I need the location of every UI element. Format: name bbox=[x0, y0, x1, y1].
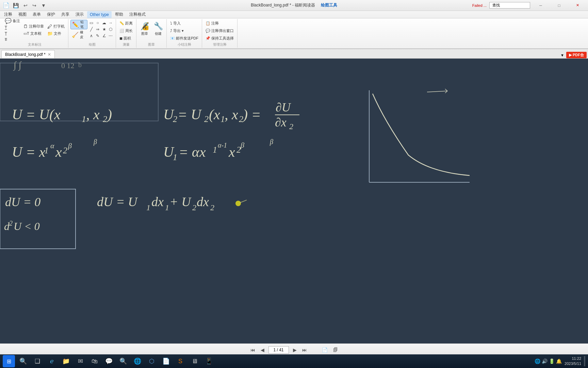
ribbon-btn-stamp[interactable]: 🔏 图章 bbox=[138, 21, 151, 41]
quick-undo[interactable]: ↩ bbox=[22, 2, 29, 9]
shape-cloud[interactable]: ☁ bbox=[101, 20, 107, 26]
ribbon-btn-note[interactable]: 💬 备注 bbox=[3, 17, 21, 24]
ribbon-btn-export[interactable]: ⤴ 导出 ▾ bbox=[169, 27, 185, 34]
start-button[interactable]: ⊞ bbox=[3, 355, 15, 367]
tab-dropdown[interactable]: ▼ bbox=[560, 53, 564, 57]
export-icon: ⤴ bbox=[170, 29, 172, 33]
tab-close-button[interactable]: ✕ bbox=[48, 52, 51, 57]
shape-star[interactable]: ★ bbox=[101, 26, 107, 32]
nav-single-view[interactable]: 🗐 bbox=[332, 347, 339, 353]
taskbar-pdf[interactable]: 📄 bbox=[160, 355, 172, 367]
menu-help[interactable]: 帮助 bbox=[112, 11, 126, 18]
app-icon: 📄 bbox=[3, 2, 10, 9]
ribbon-btn-perimeter[interactable]: ⬜ 周长 bbox=[118, 27, 134, 34]
quick-redo[interactable]: ↪ bbox=[31, 2, 38, 9]
pencil-icon: ✏️ bbox=[72, 21, 79, 28]
shape-line[interactable]: ╱ bbox=[88, 26, 94, 32]
taskbar-task-view[interactable]: ❑ bbox=[31, 355, 44, 367]
shape-rect[interactable]: ▭ bbox=[88, 20, 94, 26]
minimize-button[interactable]: ─ bbox=[533, 0, 549, 11]
close-button[interactable]: ✕ bbox=[570, 0, 585, 11]
pdf-badge[interactable]: ▶ PDF合 bbox=[566, 52, 587, 58]
title-bar: 📄 💾 ↩ ↪ ▼ BlackBoard_long.pdf * - 福昕阅读器 … bbox=[0, 0, 588, 11]
ribbon-btn-texthighlight[interactable]: T̲ bbox=[3, 25, 21, 30]
taskbar-edge[interactable]: ℯ bbox=[46, 355, 58, 367]
menu-other-type[interactable]: Other type bbox=[87, 11, 112, 18]
svg-text:β: β bbox=[68, 141, 72, 150]
nav-next-page[interactable]: ▶ bbox=[292, 347, 298, 353]
stamp-icon2: 🔏 bbox=[140, 22, 149, 31]
menu-present[interactable]: 演示 bbox=[73, 11, 86, 18]
ribbon-btn-annotation-stamp[interactable]: 🗒 注释印章 bbox=[22, 23, 45, 30]
menu-protect[interactable]: 保护 bbox=[44, 11, 58, 18]
taskbar-explorer[interactable]: 📁 bbox=[60, 355, 72, 367]
taskbar-mail[interactable]: ✉ bbox=[74, 355, 86, 367]
nav-last-page[interactable]: ⏭ bbox=[301, 347, 308, 353]
ribbon-btn-textbox[interactable]: ▭T 文本框 bbox=[22, 30, 45, 37]
system-clock[interactable]: 11:22 2023/5/11 bbox=[565, 356, 581, 367]
shape-polygon[interactable]: ⬡ bbox=[108, 26, 114, 32]
svg-text:∂U: ∂U bbox=[276, 101, 291, 114]
shape-angle[interactable]: ∠ bbox=[101, 33, 107, 39]
menu-annotation-format[interactable]: 注释格式 bbox=[127, 11, 148, 18]
ribbon-btn-area[interactable]: ◼ 面积 bbox=[118, 35, 132, 42]
svg-text:β: β bbox=[240, 141, 244, 149]
tab-blackboard[interactable]: BlackBoard_long.pdf * ✕ bbox=[1, 50, 55, 58]
maximize-button[interactable]: □ bbox=[551, 0, 567, 11]
svg-text:2: 2 bbox=[192, 203, 196, 212]
ribbon-btn-typewriter[interactable]: 🖊 打字机 bbox=[46, 23, 66, 30]
ribbon-btn-textunder[interactable]: T̤ bbox=[3, 31, 21, 36]
ribbon-btn-import[interactable]: ⤵ 导入 bbox=[169, 20, 182, 27]
ribbon-btn-eraser[interactable]: 🧹 橡皮 bbox=[70, 30, 87, 40]
taskbar-search[interactable]: 🔍 bbox=[17, 355, 29, 367]
nav-continuous-view[interactable]: 📄 bbox=[321, 347, 329, 353]
taskbar-search2[interactable]: 🔍 bbox=[117, 355, 129, 367]
taskbar-wechat[interactable]: 💬 bbox=[103, 355, 115, 367]
svg-text:2: 2 bbox=[9, 219, 13, 227]
svg-text:α: α bbox=[50, 141, 54, 150]
taskbar-slide[interactable]: S bbox=[174, 355, 186, 367]
svg-text:= U: = U bbox=[178, 107, 202, 122]
svg-text:1: 1 bbox=[213, 145, 217, 155]
taskbar-extra[interactable]: 🖥 bbox=[189, 355, 201, 367]
quick-menu[interactable]: ▼ bbox=[40, 2, 47, 9]
svg-text:2: 2 bbox=[63, 145, 67, 155]
ribbon-btn-distance[interactable]: 📏 距离 bbox=[118, 20, 134, 27]
ribbon-btn-file[interactable]: 📁 文件 bbox=[46, 30, 66, 37]
nav-prev-page[interactable]: ◀ bbox=[259, 347, 266, 353]
quick-save[interactable]: 💾 bbox=[12, 2, 20, 9]
shape-extra[interactable]: ⋯ bbox=[108, 33, 114, 39]
shape-arrow2[interactable]: ⇒ bbox=[95, 26, 101, 32]
svg-text:2: 2 bbox=[210, 203, 214, 212]
search-bar-title[interactable]: 查找 bbox=[489, 2, 530, 9]
ribbon-btn-pencil[interactable]: ✏️ 铅笔 bbox=[70, 20, 87, 29]
svg-text:(x: (x bbox=[209, 107, 220, 123]
svg-text:= αx: = αx bbox=[179, 144, 206, 160]
tray-volume: 🔊 bbox=[542, 358, 548, 364]
menu-form[interactable]: 表单 bbox=[30, 11, 44, 18]
menu-share[interactable]: 共享 bbox=[59, 11, 72, 18]
page-number-input[interactable] bbox=[268, 346, 289, 354]
math-content: ∫ ∫ 0 12 b U = U(x 1 , x 2 ) U 2 = U 2 (… bbox=[0, 59, 588, 343]
shape-polyline[interactable]: ∧ bbox=[88, 33, 94, 39]
taskbar-vs[interactable]: ⬡ bbox=[146, 355, 158, 367]
shape-circle[interactable]: ○ bbox=[95, 20, 101, 26]
menu-view[interactable]: 视图 bbox=[16, 11, 29, 18]
shape-pencil2[interactable]: ✎ bbox=[95, 33, 101, 39]
shape-arrow[interactable]: → bbox=[108, 20, 114, 26]
ribbon-btn-annotation-popup[interactable]: 💬 注释弹出窗口 bbox=[204, 27, 235, 34]
taskbar-apps[interactable]: 📱 bbox=[203, 355, 215, 367]
ribbon-btn-create-stamp[interactable]: 🔧 创建 bbox=[152, 21, 164, 41]
tray-notification[interactable]: 🔔 bbox=[556, 358, 562, 364]
ribbon-group-measure: 📏 距离 ⬜ 周长 ◼ 面积 测量 bbox=[116, 19, 136, 48]
menu-annotation[interactable]: 注释 bbox=[1, 11, 15, 18]
nav-first-page[interactable]: ⏮ bbox=[249, 347, 257, 353]
main-pdf-area: ∫ ∫ 0 12 b U = U(x 1 , x 2 ) U 2 = U 2 (… bbox=[0, 59, 588, 343]
ribbon-btn-annotation-list[interactable]: 📋 注释 bbox=[204, 20, 220, 27]
ribbon-btn-send-email[interactable]: 📧 邮件发送PDF bbox=[169, 35, 200, 42]
taskbar-browser[interactable]: 🌐 bbox=[131, 355, 144, 367]
ribbon-btn-keep-tool[interactable]: 📌 保持工具选择 bbox=[204, 35, 235, 42]
group-label-note: 小结注释 bbox=[169, 42, 200, 47]
show-desktop-button[interactable] bbox=[584, 356, 585, 366]
taskbar-store[interactable]: 🛍 bbox=[88, 355, 101, 367]
